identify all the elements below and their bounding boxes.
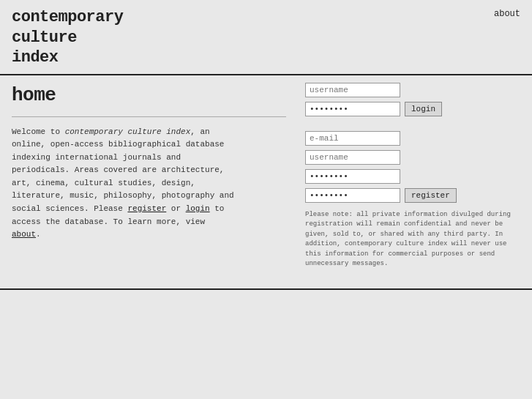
register-password-input[interactable] — [305, 169, 400, 184]
register-confirm-input[interactable] — [305, 188, 400, 203]
site-title: contemporary culture index — [12, 7, 123, 68]
register-username-input[interactable] — [305, 150, 400, 165]
login-link[interactable]: login — [186, 204, 210, 213]
login-password-input[interactable] — [305, 102, 400, 116]
section-divider — [12, 116, 286, 117]
register-button[interactable]: register — [405, 188, 457, 203]
welcome-text: Welcome to contemporary culture index, a… — [12, 126, 239, 242]
register-link[interactable]: register — [127, 204, 166, 213]
page-title: home — [12, 84, 286, 106]
nav-about-link[interactable]: about — [494, 7, 520, 19]
login-button[interactable]: login — [405, 102, 442, 116]
privacy-note: Please note: all private information div… — [305, 210, 517, 269]
login-area: login — [305, 83, 520, 116]
login-username-input[interactable] — [305, 83, 400, 97]
bottom-bar — [0, 288, 532, 302]
register-email-input[interactable] — [305, 131, 400, 146]
register-area: register — [305, 131, 520, 203]
about-link[interactable]: about — [12, 230, 36, 239]
right-panel: login register Please note: all private … — [298, 75, 532, 281]
